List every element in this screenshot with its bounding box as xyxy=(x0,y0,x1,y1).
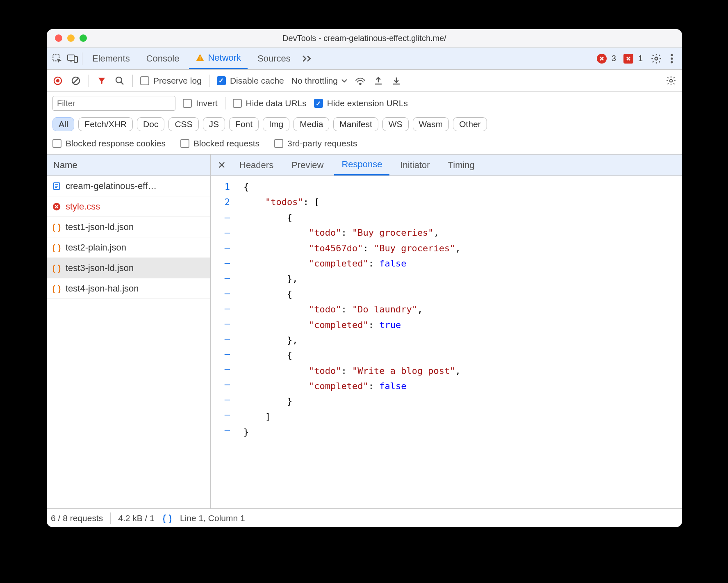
tab-timing[interactable]: Timing xyxy=(441,155,482,175)
error-count: 3 xyxy=(612,54,616,63)
svg-rect-4 xyxy=(200,59,201,60)
request-row[interactable]: test2-plain.json xyxy=(47,237,210,258)
svg-point-13 xyxy=(359,83,361,84)
requests-count: 6 / 8 requests xyxy=(51,513,103,523)
filter-input[interactable] xyxy=(52,96,175,111)
filter-row: Invert Hide data URLs Hide extension URL… xyxy=(47,92,682,115)
checkbox-icon xyxy=(180,139,189,148)
tab-sources[interactable]: Sources xyxy=(251,48,297,69)
upload-icon[interactable] xyxy=(373,75,384,86)
transfer-size: 4.2 kB / 1 xyxy=(118,513,155,523)
svg-point-6 xyxy=(671,54,673,56)
tab-initiator[interactable]: Initiator xyxy=(393,155,437,175)
error-icon xyxy=(52,202,61,212)
disable-cache-checkbox[interactable]: Disable cache xyxy=(217,76,284,86)
svg-point-7 xyxy=(671,57,673,59)
download-icon[interactable] xyxy=(391,75,402,86)
window-controls xyxy=(47,34,87,42)
svg-rect-2 xyxy=(74,57,77,62)
chip-ws[interactable]: WS xyxy=(382,117,409,131)
chip-font[interactable]: Font xyxy=(229,117,259,131)
svg-point-14 xyxy=(670,79,673,82)
tab-preview[interactable]: Preview xyxy=(284,155,331,175)
chip-js[interactable]: JS xyxy=(203,117,225,131)
invert-checkbox[interactable]: Invert xyxy=(183,98,218,108)
close-icon[interactable] xyxy=(55,34,62,42)
request-row[interactable]: test3-json-ld.json xyxy=(47,258,210,278)
json-icon xyxy=(52,263,61,273)
svg-point-12 xyxy=(116,77,122,83)
chip-doc[interactable]: Doc xyxy=(137,117,164,131)
window-title: DevTools - cream-gelatinous-effect.glitc… xyxy=(282,34,446,43)
more-tabs-icon[interactable] xyxy=(300,52,313,65)
chip-media[interactable]: Media xyxy=(293,117,329,131)
tab-headers[interactable]: Headers xyxy=(232,155,281,175)
panel-settings-icon[interactable] xyxy=(666,75,676,86)
network-conditions-icon[interactable] xyxy=(355,75,366,86)
device-toggle-icon[interactable] xyxy=(66,52,79,65)
blocked-cookies-checkbox[interactable]: Blocked response cookies xyxy=(52,139,166,148)
error-badge-icon[interactable] xyxy=(597,54,607,64)
chip-all[interactable]: All xyxy=(52,117,74,131)
tab-console[interactable]: Console xyxy=(140,48,186,69)
hide-data-urls-checkbox[interactable]: Hide data URLs xyxy=(233,98,307,108)
code-content: { "todos": [ { "todo": "Buy groceries", … xyxy=(235,176,682,508)
devtools-window: DevTools - cream-gelatinous-effect.glitc… xyxy=(47,29,682,527)
clear-icon[interactable] xyxy=(71,75,81,86)
preserve-log-checkbox[interactable]: Preserve log xyxy=(140,76,202,86)
svg-point-10 xyxy=(56,79,59,82)
checkbox-icon xyxy=(52,139,61,148)
tab-response[interactable]: Response xyxy=(334,155,389,175)
checkbox-icon xyxy=(314,99,323,108)
request-row[interactable]: cream-gelatinous-eff… xyxy=(47,176,210,196)
request-row[interactable]: style.css xyxy=(47,196,210,217)
blocked-requests-checkbox[interactable]: Blocked requests xyxy=(180,139,259,148)
settings-icon[interactable] xyxy=(650,52,662,65)
titlebar: DevTools - cream-gelatinous-effect.glitc… xyxy=(47,29,682,48)
filter-row-2: Blocked response cookies Blocked request… xyxy=(47,136,682,155)
chevron-down-icon xyxy=(341,79,348,83)
inspect-icon[interactable] xyxy=(51,52,63,65)
chip-img[interactable]: Img xyxy=(263,117,289,131)
request-list: cream-gelatinous-eff… style.css test1-js… xyxy=(47,176,210,508)
checkbox-icon xyxy=(140,76,149,85)
chip-css[interactable]: CSS xyxy=(168,117,198,131)
cursor-position: Line 1, Column 1 xyxy=(180,513,245,523)
hide-extension-urls-checkbox[interactable]: Hide extension URLs xyxy=(314,98,408,108)
filter-icon[interactable] xyxy=(96,75,107,86)
issue-count: 1 xyxy=(638,54,643,63)
line-gutter: 12––––––––––––––– xyxy=(211,176,235,508)
name-column-header[interactable]: Name xyxy=(47,155,210,176)
svg-point-5 xyxy=(655,57,658,60)
panel-tabs: Elements Console Network Sources 3 1 xyxy=(47,48,682,70)
request-row[interactable]: test4-json-hal.json xyxy=(47,278,210,299)
issue-badge-icon[interactable] xyxy=(623,54,633,64)
pretty-print-icon[interactable] xyxy=(162,513,173,523)
search-icon[interactable] xyxy=(114,75,125,86)
chip-fetch-xhr[interactable]: Fetch/XHR xyxy=(78,117,133,131)
close-icon[interactable]: ✕ xyxy=(215,158,229,172)
tab-elements[interactable]: Elements xyxy=(86,48,136,69)
svg-point-8 xyxy=(671,61,673,63)
response-body[interactable]: 12––––––––––––––– { "todos": [ { "todo":… xyxy=(211,176,682,508)
requests-sidebar: Name cream-gelatinous-eff… style.css tes… xyxy=(47,155,211,508)
third-party-checkbox[interactable]: 3rd-party requests xyxy=(274,139,357,148)
detail-tabs: ✕ Headers Preview Response Initiator Tim… xyxy=(211,155,682,176)
tab-network[interactable]: Network xyxy=(189,48,248,69)
document-icon xyxy=(52,181,61,191)
warning-icon xyxy=(196,53,205,62)
record-icon[interactable] xyxy=(52,75,63,86)
zoom-icon[interactable] xyxy=(80,34,87,42)
throttling-select[interactable]: No throttling xyxy=(291,76,348,86)
chip-other[interactable]: Other xyxy=(453,117,487,131)
chip-manifest[interactable]: Manifest xyxy=(333,117,378,131)
network-toolbar: Preserve log Disable cache No throttling xyxy=(47,70,682,92)
svg-rect-3 xyxy=(200,56,201,59)
request-row[interactable]: test1-json-ld.json xyxy=(47,217,210,237)
chip-wasm[interactable]: Wasm xyxy=(413,117,449,131)
kebab-menu-icon[interactable] xyxy=(666,52,678,65)
detail-pane: ✕ Headers Preview Response Initiator Tim… xyxy=(211,155,682,508)
checkbox-icon xyxy=(274,139,283,148)
minimize-icon[interactable] xyxy=(67,34,75,42)
json-icon xyxy=(52,243,61,253)
